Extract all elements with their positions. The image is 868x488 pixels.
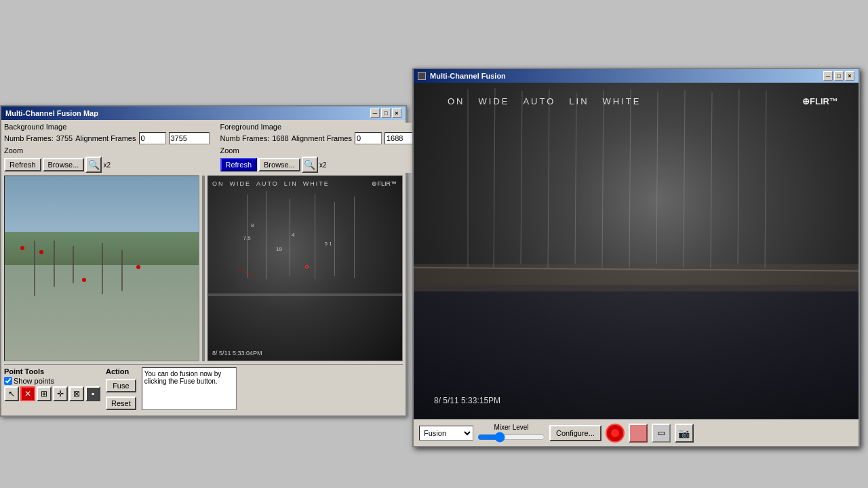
monitor-btn[interactable]: ▭	[652, 424, 671, 443]
camera-icon: 📷	[678, 428, 690, 439]
bg-numb-frames-label: Numb Frames:	[4, 134, 54, 142]
fg-frames-row: Numb Frames: 1688 Alignment Frames	[220, 132, 426, 144]
fg-buttons-row: Refresh Browse... 🔍 x2	[220, 157, 426, 173]
svg-line-1	[237, 268, 257, 278]
fg-zoom-row: Zoom	[220, 146, 426, 155]
show-points-label: Show points	[14, 377, 54, 385]
point-tools-section: Point Tools Show points ↖ ✕ ⊞ ✛ ⊠ ▪	[4, 367, 100, 410]
svg-line-12	[738, 89, 739, 264]
svg-line-3	[494, 88, 495, 268]
thermal-wide: WIDE	[230, 180, 252, 187]
right-lin: LIN	[569, 96, 589, 106]
left-window-content: Background Image Numb Frames: 3755 Align…	[1, 120, 406, 415]
bg-alignment-input2[interactable]	[169, 132, 210, 144]
bg-zoom-row: Zoom	[4, 146, 210, 155]
right-auto: AUTO	[523, 96, 555, 106]
thermal-auto: AUTO	[256, 180, 279, 187]
right-thermal-hud: ON WIDE AUTO LIN WHITE	[448, 96, 641, 106]
fg-browse-btn[interactable]: Browse...	[258, 158, 300, 171]
fg-numb-frames-value: 1688	[272, 134, 288, 142]
background-section: Background Image Numb Frames: 3755 Align…	[4, 123, 210, 173]
thermal-timestamp-small: 8/ 5/11 5:33:04PM	[212, 350, 262, 357]
record-btn[interactable]	[606, 424, 625, 443]
fg-alignment-label: Alignment Frames	[292, 134, 352, 142]
show-points-checkbox[interactable]	[4, 377, 12, 385]
right-window: Multi-Channel Fusion ─ □ ×	[412, 68, 860, 447]
right-maximize-btn[interactable]: □	[834, 71, 844, 81]
svg-line-7	[602, 91, 604, 268]
window-icon	[418, 72, 426, 80]
fill-tool-btn[interactable]: ▪	[85, 386, 100, 401]
bg-buttons-row: Refresh Browse... 🔍 x2	[4, 157, 210, 173]
svg-line-11	[711, 92, 712, 268]
fg-refresh-btn[interactable]: Refresh	[220, 158, 258, 171]
move-tool-btn[interactable]: ✛	[53, 386, 68, 401]
fg-zoom-icon-btn[interactable]: 🔍	[302, 157, 318, 173]
foreground-section: Foreground Image Numb Frames: 1688 Align…	[220, 123, 426, 173]
snapshot-btn[interactable]: 📷	[675, 424, 694, 443]
left-maximize-btn[interactable]: □	[381, 108, 391, 118]
right-wide: WIDE	[479, 96, 510, 106]
svg-line-14	[414, 268, 859, 271]
thermal-image-panel: 8 18 7.5 5 1 4 ON WIDE	[208, 176, 403, 361]
mixer-level-slider[interactable]	[477, 432, 545, 443]
show-points-row: Show points	[4, 377, 100, 385]
left-titlebar-controls: ─ □ ×	[370, 108, 401, 118]
reset-btn[interactable]: Reset	[106, 396, 136, 410]
stop-btn[interactable]	[629, 424, 648, 443]
right-thermal-scene-svg	[414, 83, 859, 419]
foreground-label: Foreground Image	[220, 123, 426, 131]
fg-zoom-label: Zoom	[220, 146, 239, 155]
left-minimize-btn[interactable]: ─	[370, 108, 380, 118]
right-timestamp: 8/ 5/11 5:33:15PM	[434, 396, 500, 405]
fg-alignment-input1[interactable]	[355, 132, 382, 144]
configure-btn[interactable]: Configure...	[549, 425, 601, 441]
left-window-title: Multi-Channel Fusion Map	[5, 109, 98, 117]
cursor-tool-btn[interactable]: ↖	[4, 386, 19, 401]
svg-line-6	[575, 93, 576, 264]
thermal-white: WHITE	[303, 180, 330, 187]
info-box: You can do fusion now by clicking the Fu…	[142, 367, 237, 410]
right-flir-logo: ⊕FLIR™	[802, 96, 838, 106]
bg-zoom-icon-btn[interactable]: 🔍	[85, 157, 102, 173]
images-row: 8 18 7.5 5 1 4 ON WIDE	[4, 176, 403, 361]
right-controls-bar: Fusion Mixer Level Configure... ▭ 📷	[414, 419, 859, 446]
action-section: Action Fuse Reset	[106, 367, 136, 410]
monitor-icon: ▭	[657, 428, 665, 438]
right-window-title: Multi-Channel Fusion	[430, 72, 506, 80]
thermal-lin: LIN	[284, 180, 298, 187]
right-on: ON	[448, 96, 465, 106]
left-close-btn[interactable]: ×	[392, 108, 401, 118]
bg-frames-row: Numb Frames: 3755 Alignment Frames	[4, 132, 210, 144]
add-point-btn[interactable]: ⊞	[37, 386, 52, 401]
record-icon	[611, 429, 619, 437]
point-tools-label: Point Tools	[4, 367, 100, 375]
delete-point-btn[interactable]: ✕	[20, 386, 35, 401]
fg-x2-label: x2	[319, 161, 327, 169]
svg-line-4	[521, 91, 522, 264]
right-video-area: ON WIDE AUTO LIN WHITE ⊕FLIR™ 8/ 5/11 5:…	[414, 83, 859, 419]
harbor-thermal-image: 8 18 7.5 5 1 4 ON WIDE	[208, 176, 402, 361]
svg-line-8	[629, 89, 631, 268]
thermal-hud-text: ON WIDE AUTO LIN WHITE	[212, 180, 330, 187]
bg-alignment-input1[interactable]	[139, 132, 166, 144]
bg-refresh-btn[interactable]: Refresh	[4, 158, 41, 171]
magnifier-icon: 🔍	[88, 159, 100, 170]
bg-browse-btn[interactable]: Browse...	[43, 158, 85, 171]
right-close-btn[interactable]: ×	[845, 71, 854, 81]
left-window-titlebar: Multi-Channel Fusion Map ─ □ ×	[1, 106, 406, 120]
bg-alignment-label: Alignment Frames	[75, 134, 136, 142]
top-controls: Background Image Numb Frames: 3755 Align…	[4, 123, 403, 173]
fg-numb-frames-label: Numb Frames:	[220, 134, 270, 142]
thermal-crosshairs	[208, 176, 402, 361]
right-minimize-btn[interactable]: ─	[823, 71, 833, 81]
fusion-mode-select[interactable]: Fusion	[419, 426, 473, 441]
select-tool-btn[interactable]: ⊠	[69, 386, 84, 401]
right-titlebar-left: Multi-Channel Fusion	[418, 72, 506, 80]
svg-line-5	[548, 89, 549, 268]
right-thermal-bg: ON WIDE AUTO LIN WHITE ⊕FLIR™ 8/ 5/11 5:…	[414, 83, 859, 419]
svg-line-9	[656, 92, 658, 264]
fuse-btn[interactable]: Fuse	[106, 379, 136, 392]
right-titlebar-controls: ─ □ ×	[823, 71, 854, 81]
thermal-on: ON	[212, 180, 224, 187]
